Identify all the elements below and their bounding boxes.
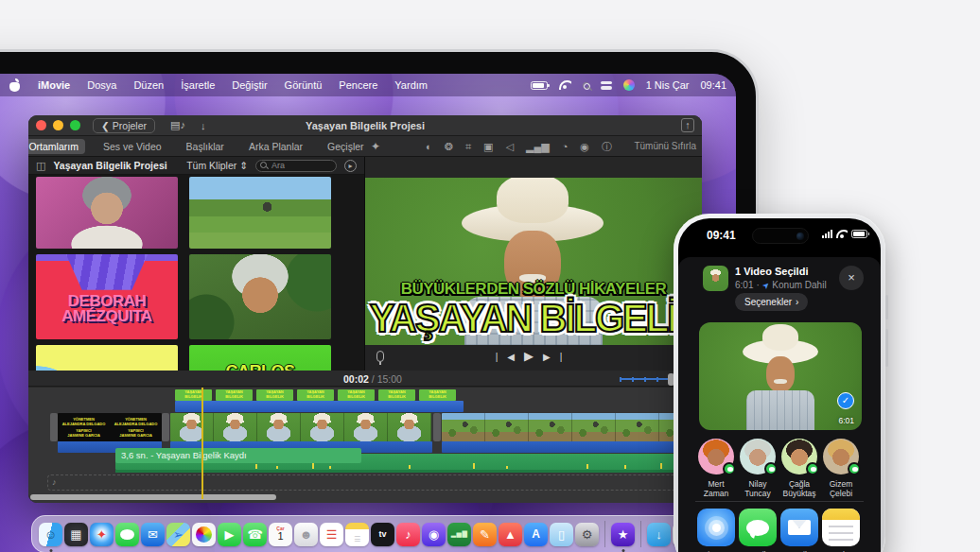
share-contact-gizem-çelebi[interactable]: GizemÇelebi [820,439,862,498]
timeline-scrollbar[interactable] [30,494,276,500]
dock-item-imovie[interactable]: ★ [611,523,635,546]
menu-item-değiştir[interactable]: Değiştir [232,79,267,91]
share-contact-çağla-büyüktaş[interactable]: ÇağlaBüyüktaş [779,439,820,498]
dock-item-app-store[interactable]: A [524,523,548,546]
previous-frame-button[interactable]: |◀ [496,352,524,362]
menu-item-düzen[interactable]: Düzen [133,79,164,91]
control-center-icon[interactable] [601,81,612,90]
spotlight-search-icon[interactable] [583,82,589,89]
battery-icon[interactable] [531,81,548,90]
close-window-button[interactable] [36,120,46,130]
shared-video-preview[interactable]: ✓ 6:01 [699,322,862,430]
info-icon[interactable]: ⓘ [602,140,612,154]
speed-icon[interactable]: ◔ [562,141,569,152]
menu-item-görüntü[interactable]: Görüntü [285,79,323,91]
dock-item-tv[interactable]: tv [371,523,394,546]
share-app-mail[interactable]: Mail [779,509,820,552]
dock-item-notes[interactable]: ☰ [345,523,369,546]
playhead[interactable] [201,388,203,499]
dock-item-calendar[interactable]: Çar1 [269,523,292,546]
menu-item-imovie[interactable]: iMovie [38,79,70,91]
color-filters-icon[interactable]: ◉ [580,141,589,153]
dock-item-reminders[interactable]: ☰ [320,523,343,546]
clip-trim-handle[interactable] [50,413,58,441]
tab-geçişler[interactable]: Geçişler [321,139,371,154]
selected-check-icon[interactable]: ✓ [837,392,854,409]
dock-item-podcasts[interactable]: ◉ [422,523,446,546]
wifi-icon[interactable] [559,80,571,90]
next-frame-button[interactable]: ▶| [543,352,571,362]
audio-bar-farm[interactable] [442,441,700,453]
dock-item-iphone-mirroring[interactable]: ▯ [550,523,573,546]
menu-item-i̇şaretle[interactable]: İşaretle [181,79,215,91]
title-clip-mini[interactable]: YAŞAYANBİLGELİK [338,389,375,401]
dock-item-contacts[interactable]: ☻ [294,523,318,546]
share-options-button[interactable]: Seçenekler › [735,293,808,311]
browser-overflow-icon[interactable]: ▸ [344,160,357,172]
credits-clip[interactable]: YÖNETMENALEJANDRA DELGADOYAPIMCIJASMINE … [58,413,162,441]
share-app-airdrop[interactable]: AirDrop [695,509,737,552]
noise-reduction-icon[interactable]: ▂▄▆ [526,141,550,153]
back-to-projects-button[interactable]: ❮Projeler [93,118,155,133]
reset-all-button[interactable]: Tümünü Sıfırla [634,141,696,151]
dock-item-music[interactable]: ♪ [396,523,420,546]
dock-item-pages[interactable]: ✎ [473,523,497,546]
play-button[interactable]: ▶ [524,349,543,363]
video-clip-interview[interactable] [170,413,432,441]
dock-item-launchpad[interactable]: ▦ [64,523,88,546]
dock-item-downloads[interactable]: ↓ [647,523,671,546]
share-contact-nilay-tuncay[interactable]: NilayTuncay [737,439,779,498]
title-clip-mini[interactable]: YAŞAYANBİLGELİK [419,389,456,401]
close-share-sheet-button[interactable]: × [839,266,864,290]
dock-item-messages[interactable] [115,523,139,546]
menu-item-yardım[interactable]: Yardım [394,79,428,91]
clip-woman-green[interactable] [189,254,331,339]
tab-arka-planlar[interactable]: Arka Planlar [242,139,309,154]
menu-item-dosya[interactable]: Dosya [87,79,116,91]
search-input[interactable] [255,160,337,172]
menu-bar-date[interactable]: 1 Nis Çar [646,79,690,91]
clip-farm-field[interactable] [189,177,331,249]
dock-item-settings[interactable]: ⚙ [575,523,599,546]
sidebar-toggle-icon[interactable]: ◫ [36,160,45,172]
title-track[interactable]: YAŞAYANBİLGELİKYAŞAYANBİLGELİKYAŞAYANBİL… [175,389,461,401]
stabilization-icon[interactable]: ▣ [483,141,493,153]
dock-item-photos[interactable] [192,523,216,546]
color-balance-icon[interactable]: ◐ [426,141,432,152]
media-browser-icon[interactable]: ▤♪ [170,119,185,131]
siri-icon[interactable] [623,79,635,91]
dock-item-phone[interactable]: ☎ [243,523,267,546]
clip-trim-handle[interactable] [433,413,441,441]
minimize-window-button[interactable] [53,120,63,130]
title-track-bar[interactable] [175,401,464,412]
clip-map-united-states[interactable]: UNITED STATES [36,345,178,371]
title-clip-mini[interactable]: YAŞAYANBİLGELİK [297,389,334,401]
enhance-wand-icon[interactable]: ✦ [371,140,380,153]
dock-item-safari[interactable]: ✦ [90,523,114,546]
dock-item-maps[interactable]: ➢ [166,523,190,546]
background-music-track[interactable]: ♪ [47,474,700,491]
share-contact-mert-zaman[interactable]: MertZaman [695,439,737,498]
clip-title-carlos[interactable]: CARLOSPLASENCIA [189,345,331,371]
share-app-notes[interactable]: Notlar [820,509,862,552]
volume-icon[interactable]: ◁ [505,141,513,153]
timeline-zoom-slider[interactable] [620,378,671,380]
share-app-messages[interactable]: Mesajlar [737,509,779,552]
tab-başlıklar[interactable]: Başlıklar [180,139,231,154]
dock-item-mail[interactable]: ✉ [141,523,165,546]
tab-ses-ve-video[interactable]: Ses ve Video [96,139,168,154]
menu-item-pencere[interactable]: Pencere [339,79,377,91]
crop-icon[interactable]: ⌗ [465,141,471,153]
dock-item-rocket-app[interactable]: ▲ [499,523,522,546]
title-clip-mini[interactable]: YAŞAYANBİLGELİK [216,389,253,401]
clip-title-deborah[interactable]: DEBORAHAMÉZQUITA [36,254,178,339]
video-clip-farm[interactable] [442,413,700,441]
clip-woman-pink[interactable] [36,177,178,249]
dock-item-facetime[interactable]: ▶ [218,523,241,546]
import-media-icon[interactable]: ↓ [201,120,206,131]
dock-item-numbers[interactable]: ▂▅▇ [447,523,471,546]
title-clip-mini[interactable]: YAŞAYANBİLGELİK [175,389,212,401]
dock-item-finder[interactable]: ☺ [39,523,62,546]
viewer-video[interactable]: BÜYÜKLERDEN SÖZLÜ HİKAYELER YAŞAYAN BİLG… [365,178,702,345]
tab-ortamlarım[interactable]: Ortamlarım [28,139,85,154]
